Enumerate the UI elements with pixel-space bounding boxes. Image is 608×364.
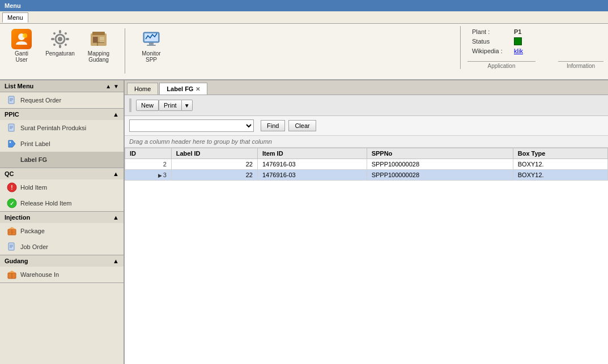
mapping-gudang-label: MappingGudang [88,50,109,63]
doc-icon-2 [7,123,17,133]
sidebar-section-qc-header[interactable]: QC ▲ [0,168,124,179]
mapping-gudang-icon [88,29,109,49]
table-row[interactable]: 2 22 1476916-03 SPPP100000028 BOXY12. [125,159,608,170]
warehouse-icon [7,269,17,280]
sidebar-item-print-label[interactable]: Print Label [0,136,124,152]
cell-box-type: BOXY12. [513,159,607,170]
plant-row: Plant : P1 [472,28,599,35]
ganti-user-button[interactable]: ⚙ GantiUser [5,26,39,66]
empty-icon [7,155,17,165]
col-header-label-id[interactable]: Label ID [171,148,257,159]
job-order-icon [7,242,17,252]
pengaturan-button[interactable]: Pengaturan [43,26,77,59]
monitor-spp-icon [141,29,161,49]
cell-spp-no: SPPP100000028 [367,170,513,181]
tab-label-fg[interactable]: Label FG ✕ [159,83,207,95]
monitor-spp-label: Monitor SPP [138,50,164,63]
status-indicator [514,37,522,45]
grid-drag-hint: Drag a column header here to group by th… [125,136,608,148]
svg-marker-38 [8,227,16,229]
menu-bar: Menu [0,11,608,24]
new-print-group: New Print ▼ [136,100,193,111]
sidebar-section-gudang-header[interactable]: Gudang ▲ [0,255,124,267]
ganti-user-label: GantiUser [15,50,28,63]
sidebar-item-warehouse-in[interactable]: Warehouse In [0,267,124,282]
info-details: Plant : P1 Status Wikipedia : klik [467,26,603,57]
sidebar-item-job-order[interactable]: Job Order [0,239,124,255]
sidebar-item-label-fg[interactable]: Label FG [0,152,124,168]
svg-rect-10 [64,32,67,35]
svg-rect-16 [100,37,104,40]
table-row[interactable]: ▶3 22 1476916-03 SPPP100000028 BOXY12. [125,170,608,181]
monitor-spp-button[interactable]: Monitor SPP [134,26,168,66]
svg-rect-8 [66,38,69,40]
search-input[interactable] [129,119,254,132]
col-header-box-type[interactable]: Box Type [513,148,607,159]
print-dropdown[interactable]: ▼ [182,100,193,111]
col-header-item-id[interactable]: Item ID [257,148,367,159]
sidebar-section-ppic-header[interactable]: PPIC ▲ [0,109,124,120]
search-bar: Find Clear [125,116,608,136]
svg-text:!: ! [11,185,12,191]
svg-rect-14 [92,32,105,35]
tab-home[interactable]: Home [127,83,158,95]
svg-rect-15 [93,37,97,42]
cell-item-id: 1476916-03 [257,170,367,181]
data-table: ID Label ID Item ID SPPNo Box Type 2 22 … [125,148,608,181]
sidebar-item-hold-label: Hold Item [20,184,47,191]
main-area: List Menu ▲ ▼ Request Order [0,80,608,364]
menu-item-menu[interactable]: Menu [2,12,28,23]
sidebar-scroll-down[interactable]: ▼ [113,83,119,89]
mapping-gudang-button[interactable]: MappingGudang [82,26,116,66]
sidebar-section-injection-header[interactable]: Injection ▲ [0,212,124,223]
title-bar-label: Menu [5,2,21,9]
sidebar-item-job-order-label: Job Order [20,243,48,250]
toolbar-divider-1 [125,28,125,74]
sidebar-scroll-up[interactable]: ▲ [105,83,111,89]
tab-close-button[interactable]: ✕ [195,86,200,92]
sidebar-item-release-label: Release Hold Item [20,200,72,207]
sidebar-section-nosection: Request Order [0,92,124,109]
col-header-sppno[interactable]: SPPNo [367,148,513,159]
status-row: Status [472,37,599,45]
svg-rect-22 [149,42,154,45]
svg-point-32 [10,142,11,143]
top-toolbar: ⚙ GantiUser Pe [0,24,608,80]
sidebar-item-package[interactable]: Package [0,223,124,239]
cell-label-id: 22 [171,159,257,170]
sidebar-item-label: Request Order [20,97,61,104]
tag-icon [7,139,17,149]
cell-id: 2 [125,159,172,170]
red-circle-icon: ! [7,182,17,192]
sidebar-section-injection: Injection ▲ Package [0,212,124,255]
sidebar-item-hold-item[interactable]: ! Hold Item [0,179,124,195]
print-button[interactable]: Print [159,100,182,111]
sidebar-section-qc: QC ▲ ! Hold Item ✓ [0,168,124,212]
svg-rect-6 [59,45,61,48]
sidebar-item-surat-perintah[interactable]: Surat Perintah Produksi [0,120,124,136]
info-panel: Plant : P1 Status Wikipedia : klik Appli… [460,26,603,69]
action-toolbar: New Print ▼ [125,95,608,116]
toolbar-icons: ⚙ GantiUser Pe [5,26,460,76]
sidebar-item-surat-label: Surat Perintah Produksi [20,125,86,131]
title-bar: Menu [0,0,608,11]
svg-rect-23 [147,45,156,46]
col-header-id[interactable]: ID [125,148,172,159]
cell-item-id: 1476916-03 [257,159,367,170]
sidebar-section-gudang: Gudang ▲ Warehouse In [0,255,124,283]
svg-point-4 [58,37,62,41]
sidebar-item-release-hold[interactable]: ✓ Release Hold Item [0,195,124,211]
find-button[interactable]: Find [261,120,285,131]
content-area: Home Label FG ✕ New Print ▼ [125,80,608,364]
table-header-row: ID Label ID Item ID SPPNo Box Type [125,148,608,159]
doc-icon [7,95,17,105]
wikipedia-link[interactable]: klik [514,48,523,54]
sidebar-section-ppic: PPIC ▲ Surat Perintah Produksi [0,109,124,168]
cell-id: ▶3 [125,170,172,181]
clear-button[interactable]: Clear [288,120,316,131]
pengaturan-icon [50,29,70,49]
sidebar-item-warehouse-label: Warehouse In [20,271,59,278]
new-button[interactable]: New [136,100,159,111]
sidebar-item-request-order[interactable]: Request Order [0,92,124,108]
toolbar-grip [129,99,131,112]
